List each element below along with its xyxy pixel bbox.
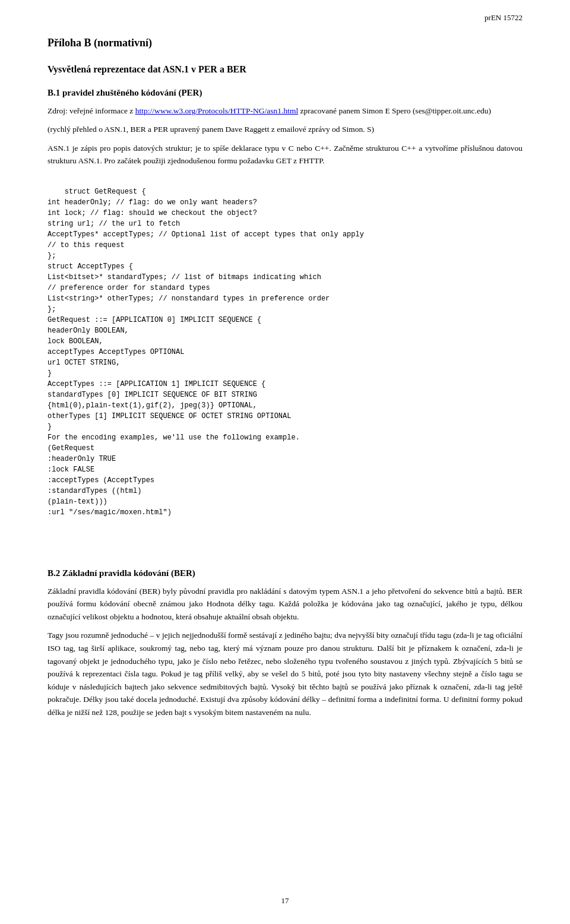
b2-para1: Základní pravidla kódování (BER) byly pů… [48,585,522,624]
document-header: prEN 15722 [484,12,522,24]
para2: ASN.1 je zápis pro popis datových strukt… [48,142,522,167]
page: prEN 15722 Příloha B (normativní) Vysvět… [0,0,570,924]
main-title: Vysvětlená reprezentace dat ASN.1 v PER … [48,62,522,77]
para1: (rychlý přehled o ASN.1, BER a PER uprav… [48,123,522,136]
section-b2-title: B.2 Základní pravidla kódování (BER) [48,567,522,580]
section-b2: B.2 Základní pravidla kódování (BER) Zák… [48,567,522,719]
page-number: 17 [281,896,289,905]
section-b1-title: B.1 pravidel zhuštěného kódování (PER) [48,86,522,100]
appendix-title: Příloha B (normativní) [48,36,522,50]
b2-para2: Tagy jsou rozumně jednoduché – v jejich … [48,629,522,719]
document-id: prEN 15722 [484,13,522,22]
page-footer: 17 [0,895,570,907]
code-block-1: struct GetRequest { int headerOnly; // f… [48,176,522,529]
spacer [48,537,522,549]
source-link[interactable]: http://www.w3.org/Protocols/HTTP-NG/asn1… [135,106,299,115]
source-line: Zdroj: veřejné informace z http://www.w3… [48,105,522,118]
